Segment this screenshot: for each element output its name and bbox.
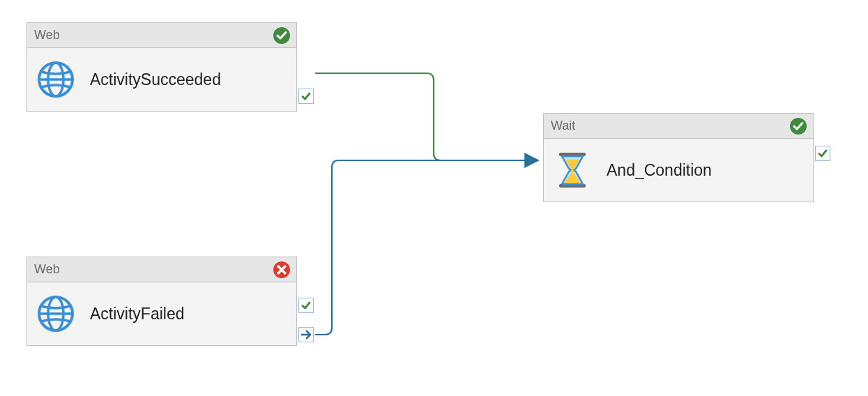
activity-header: Web	[27, 23, 296, 48]
svg-rect-12	[572, 168, 574, 175]
status-failed-icon	[273, 261, 291, 279]
activity-body: And_Condition	[544, 139, 813, 201]
activity-activitysucceeded[interactable]: Web ActivitySucceeded	[26, 22, 297, 112]
success-port[interactable]	[815, 146, 830, 161]
activity-type-label: Web	[34, 28, 273, 43]
success-port[interactable]	[298, 89, 314, 104]
edge-failed-to-and	[315, 160, 538, 335]
status-success-icon	[789, 117, 807, 135]
globe-icon	[37, 61, 75, 98]
globe-icon	[37, 295, 75, 333]
activity-activityfailed[interactable]: Web ActivityFailed	[26, 257, 297, 346]
status-success-icon	[273, 26, 291, 45]
activity-header: Wait	[544, 114, 813, 139]
activity-type-label: Wait	[551, 119, 789, 133]
activity-body: ActivitySucceeded	[27, 48, 296, 111]
activity-name: ActivityFailed	[90, 305, 184, 323]
success-port[interactable]	[298, 298, 314, 313]
activity-header: Web	[27, 257, 296, 282]
hourglass-icon	[554, 151, 591, 189]
activity-type-label: Web	[34, 262, 273, 277]
edge-succeeded-to-and	[315, 73, 538, 160]
activity-andcondition[interactable]: Wait	[543, 113, 814, 202]
activity-body: ActivityFailed	[27, 282, 296, 345]
activity-name: ActivitySucceeded	[90, 70, 221, 89]
pipeline-canvas[interactable]: Web ActivitySucceeded	[0, 0, 868, 396]
completion-port[interactable]	[298, 327, 314, 342]
activity-name: And_Condition	[607, 161, 712, 180]
